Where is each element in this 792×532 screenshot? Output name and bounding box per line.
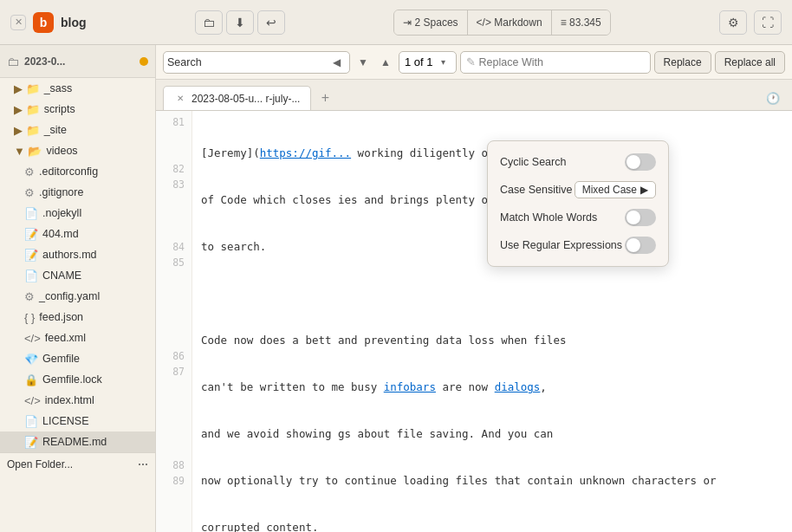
line-num-88: 88 xyxy=(156,457,192,473)
file-icon: ⚙ xyxy=(24,290,35,303)
editor-area: ◀ ▼ ▲ 1 of 1 ▾ ✎ Replace Replace all xyxy=(156,45,792,532)
line-num-cont10 xyxy=(156,333,192,348)
download-button[interactable]: ⬇ xyxy=(226,10,254,35)
close-button[interactable]: ✕ xyxy=(10,15,26,30)
view-options: ⇥ 2 Spaces </> Markdown ≡ 83.345 xyxy=(393,10,610,36)
line-num-cont13 xyxy=(156,411,192,426)
ruler-button[interactable]: ≡ 83.345 xyxy=(552,10,610,35)
line-num-cont15 xyxy=(156,442,192,457)
link-81[interactable]: https://gif... xyxy=(260,146,351,159)
sidebar-item-cname[interactable]: 📄 CNAME xyxy=(0,265,155,286)
cyclic-search-label: Cyclic Search xyxy=(500,156,566,168)
sidebar-item-scripts[interactable]: ▶ 📁 scripts xyxy=(0,99,155,120)
spaces-label: ⇥ 2 Spaces xyxy=(403,16,458,29)
line-num-84: 84 xyxy=(156,239,192,255)
replace-input[interactable] xyxy=(479,56,645,68)
mixed-case-button[interactable]: Mixed Case ▶ xyxy=(575,181,656,198)
gear-icon: ⚙ xyxy=(728,16,739,29)
use-regex-option[interactable]: Use Regular Expressions xyxy=(488,231,668,259)
sidebar-item-videos[interactable]: ▼ 📂 videos xyxy=(0,140,155,161)
editor-tab[interactable]: ✕ 2023-08-05-u... r-july-... xyxy=(163,86,311,110)
line-num-87: 87 xyxy=(156,364,192,380)
cyclic-search-toggle[interactable] xyxy=(625,153,656,171)
back-button[interactable]: ↩ xyxy=(257,10,285,35)
editor-content[interactable]: 81 82 83 84 85 86 87 xyxy=(156,111,792,532)
fullscreen-button[interactable]: ⛶ xyxy=(754,10,782,35)
sidebar-header: 🗀 2023-0... xyxy=(0,45,155,78)
cyclic-search-option[interactable]: Cyclic Search xyxy=(488,148,668,176)
line-num-89: 89 xyxy=(156,473,192,489)
use-regex-toggle[interactable] xyxy=(625,237,656,254)
sidebar-item-404[interactable]: 📝 404.md xyxy=(0,224,155,244)
settings-button[interactable]: ⚙ xyxy=(719,10,747,35)
replace-all-button[interactable]: Replace all xyxy=(715,51,785,74)
case-sensitive-option[interactable]: Case Sensitive Mixed Case ▶ xyxy=(488,176,668,204)
sidebar: 🗀 2023-0... ▶ 📁 _sass ▶ 📁 scripts ▶ 📁 _s… xyxy=(0,45,156,532)
markdown-button[interactable]: </> Markdown xyxy=(468,10,552,35)
case-sensitive-label: Case Sensitive xyxy=(500,184,572,196)
sidebar-item-gemfile-lock[interactable]: 🔒 Gemfile.lock xyxy=(0,369,155,390)
close-icon: ✕ xyxy=(15,16,23,28)
line-num-cont5 xyxy=(156,224,192,239)
search-input[interactable] xyxy=(167,56,323,68)
modified-indicator xyxy=(140,57,148,66)
more-icon: ⋯ xyxy=(138,458,148,470)
sidebar-item-authors[interactable]: 📝 authors.md xyxy=(0,244,155,265)
tab-close-icon[interactable]: ✕ xyxy=(174,93,186,105)
sidebar-item-config[interactable]: ⚙ _config.yaml xyxy=(0,286,155,307)
sidebar-item-gemfile[interactable]: 💎 Gemfile xyxy=(0,348,155,369)
sidebar-item-index[interactable]: </> index.html xyxy=(0,390,155,411)
sidebar-item-license[interactable]: 📄 LICENSE xyxy=(0,411,155,431)
sidebar-item-gitignore[interactable]: ⚙ .gitignore xyxy=(0,182,155,203)
search-clear-button[interactable]: ◀ xyxy=(327,53,346,72)
dialogs-link[interactable]: dialogs xyxy=(495,380,541,393)
file-icon: 📝 xyxy=(24,249,38,262)
counter-dropdown-button[interactable]: ▾ xyxy=(437,53,451,72)
sidebar-title: 2023-0... xyxy=(24,55,134,68)
sidebar-item-sass[interactable]: ▶ 📁 _sass xyxy=(0,78,155,99)
folder-open-icon: ▼ 📂 xyxy=(14,145,42,158)
history-button[interactable]: 🕐 xyxy=(761,86,785,110)
app-logo: b xyxy=(33,12,54,33)
sidebar-item-site[interactable]: ▶ 📁 _site xyxy=(0,120,155,140)
chevron-up-icon: ▲ xyxy=(380,56,391,68)
chevron-down-icon: ▼ xyxy=(358,56,368,68)
file-icon: 🔒 xyxy=(24,373,38,386)
search-up-button[interactable]: ▲ xyxy=(376,53,395,72)
sidebar-item-readme[interactable]: 📝 README.md xyxy=(0,431,155,452)
open-folder-button[interactable]: Open Folder... ⋯ xyxy=(0,452,155,476)
sidebar-item-nojekyll[interactable]: 📄 .nojekyll xyxy=(0,203,155,224)
line-num-85: 85 xyxy=(156,255,192,270)
line-83c: and we avoid showing gs about file savin… xyxy=(201,426,783,442)
ruler-label: ≡ 83.345 xyxy=(561,16,601,29)
folder-icon: 🗀 xyxy=(203,16,215,29)
open-folder-label: Open Folder... xyxy=(7,458,73,470)
download-icon: ⬇ xyxy=(235,16,245,29)
match-whole-words-knob xyxy=(626,211,640,224)
fullscreen-icon: ⛶ xyxy=(762,16,774,29)
use-regex-knob xyxy=(626,238,640,252)
line-num-cont7 xyxy=(156,286,192,302)
line-num-cont12 xyxy=(156,395,192,411)
spaces-button[interactable]: ⇥ 2 Spaces xyxy=(394,10,467,35)
new-tab-button[interactable]: + xyxy=(315,88,335,108)
line-num-81: 81 xyxy=(156,114,192,130)
line-83b: can't be written to me busy infobars are… xyxy=(201,380,783,395)
file-icon: ⚙ xyxy=(24,186,35,199)
sidebar-item-feed-json[interactable]: { } feed.json xyxy=(0,307,155,328)
file-icon: 📝 xyxy=(24,436,38,449)
sidebar-item-feed-xml[interactable]: </> feed.xml xyxy=(0,328,155,348)
sidebar-item-editorconfig[interactable]: ⚙ .editorconfig xyxy=(0,161,155,182)
match-whole-words-option[interactable]: Match Whole Words xyxy=(488,204,668,231)
line-83: Code now does a bett and preventing data… xyxy=(201,333,783,348)
line-num-cont2 xyxy=(156,146,192,161)
line-num-86: 86 xyxy=(156,348,192,364)
match-whole-words-toggle[interactable] xyxy=(625,209,656,226)
file-icon: 📄 xyxy=(24,269,38,282)
folder-button[interactable]: 🗀 xyxy=(195,10,223,35)
replace-button[interactable]: Replace xyxy=(654,51,711,74)
pencil-icon: ✎ xyxy=(466,55,476,68)
infobars-link[interactable]: infobars xyxy=(384,380,436,393)
line-num-cont9 xyxy=(156,317,192,333)
search-down-button[interactable]: ▼ xyxy=(354,53,373,72)
